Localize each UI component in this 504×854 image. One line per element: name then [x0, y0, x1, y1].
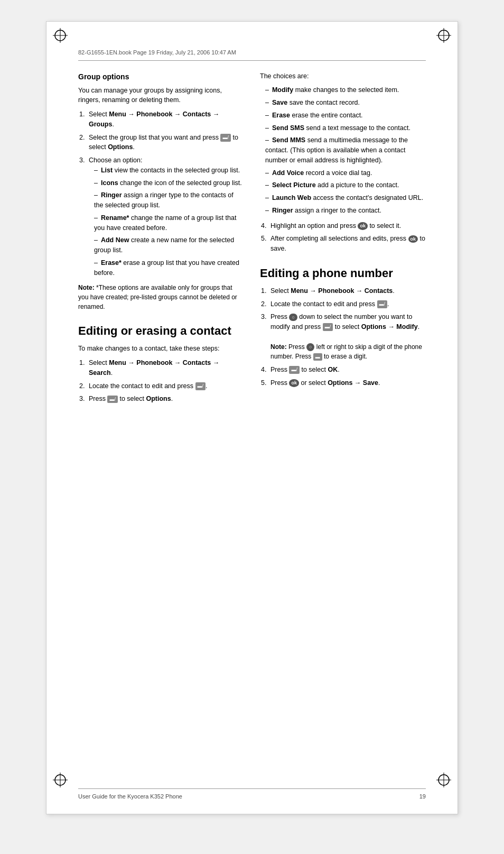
choice-voice: Add Voice record a voice dial tag.: [265, 168, 426, 178]
editing-phone-title: Editing a phone number: [260, 264, 426, 282]
choices-list: Modify make changes to the selected item…: [265, 85, 426, 215]
after-step-4: Highlight an option and press ok to sele…: [268, 221, 426, 231]
page-container: 82-G1655-1EN.book Page 19 Friday, July 2…: [0, 0, 504, 854]
ok-icon-3: ok: [289, 379, 299, 387]
editing-contact-intro: To make changes to a contact, take these…: [78, 344, 244, 354]
choice-modify: Modify make changes to the selected item…: [265, 85, 426, 95]
edit-step-3: Press ▬/ to select Options.: [87, 394, 244, 404]
nav-icon-2: ○: [306, 343, 314, 351]
reg-mark-tr: [436, 28, 451, 46]
softkey-icon-4: ▬/: [377, 300, 388, 308]
option-ringer: Ringer assign a ringer type to the conta…: [94, 190, 244, 210]
phone-step-1: Select Menu → Phonebook → Contacts.: [268, 286, 426, 296]
after-choices-steps: Highlight an option and press ok to sele…: [268, 221, 426, 254]
group-step-3: Choose an option: List view the contacts…: [87, 155, 244, 278]
page-header-line: 82-G1655-1EN.book Page 19 Friday, July 2…: [78, 48, 426, 61]
option-rename: Rename* change the name of a group list …: [94, 213, 244, 233]
footer-left: User Guide for the Kyocera K352 Phone: [78, 792, 182, 801]
reg-mark-br: [436, 773, 451, 791]
header-line-text: 82-G1655-1EN.book Page 19 Friday, July 2…: [78, 49, 236, 56]
phone-step-3-note: Note: Press ○ left or right to skip a di…: [270, 343, 422, 361]
group-step-2: Select the group list that you want and …: [87, 133, 244, 153]
book-page: 82-G1655-1EN.book Page 19 Friday, July 2…: [46, 21, 458, 814]
footer-right: 19: [419, 792, 426, 801]
softkey-icon-1: ▬/: [220, 134, 231, 142]
option-addnew: Add New create a new name for the select…: [94, 235, 244, 255]
group-options-title: Group options: [78, 71, 244, 82]
phone-step-2: Locate the contact to edit and press ▬/.: [268, 299, 426, 309]
ok-icon-2: ok: [408, 235, 418, 243]
option-erase: Erase* erase a group list that you have …: [94, 258, 244, 278]
group-options-list: List view the contacts in the selected g…: [94, 166, 244, 278]
group-step-1: Select Menu → Phonebook → Contacts → Gro…: [87, 109, 244, 130]
editing-contact-steps: Select Menu → Phonebook → Contacts → Sea…: [87, 358, 244, 404]
group-options-intro: You can manage your groups by assigning …: [78, 86, 244, 106]
choice-mms: Send MMS send a multimedia message to th…: [265, 135, 426, 165]
choice-web: Launch Web access the contact's designat…: [265, 193, 426, 203]
softkey-icon-3: ▬/: [107, 396, 118, 403]
editing-phone-steps: Select Menu → Phonebook → Contacts. Loca…: [268, 286, 426, 388]
choice-save: Save save the contact record.: [265, 98, 426, 108]
col-left: Group options You can manage your groups…: [78, 71, 244, 410]
two-column-layout: Group options You can manage your groups…: [78, 71, 426, 410]
reg-mark-tl: [53, 28, 68, 46]
ok-icon-1: ok: [358, 222, 368, 230]
softkey-icon-6: ▬/: [289, 366, 300, 374]
erase-icon: ▬: [313, 353, 322, 361]
choice-ringer: Ringer assign a ringer to the contact.: [265, 206, 426, 216]
choice-erase: Erase erase the entire contact.: [265, 111, 426, 121]
nav-icon-1: ○: [289, 314, 297, 322]
page-footer: User Guide for the Kyocera K352 Phone 19: [78, 788, 426, 801]
option-list: List view the contacts in the selected g…: [94, 166, 244, 176]
col-right: The choices are: Modify make changes to …: [260, 71, 426, 410]
phone-step-4: Press ▬/ to select OK.: [268, 365, 426, 375]
choices-intro: The choices are:: [260, 71, 426, 81]
edit-step-2: Locate the contact to edit and press ▬/.: [87, 381, 244, 391]
option-icons: Icons change the icon of the selected gr…: [94, 178, 244, 188]
group-note: Note: *These options are available only …: [78, 283, 244, 311]
softkey-icon-5: ▬/: [323, 323, 333, 331]
choice-picture: Select Picture add a picture to the cont…: [265, 180, 426, 190]
group-options-steps: Select Menu → Phonebook → Contacts → Gro…: [87, 109, 244, 278]
softkey-icon-2: ▬/: [195, 382, 206, 390]
editing-contact-title: Editing or erasing a contact: [78, 322, 244, 339]
phone-step-5: Press ok or select Options → Save.: [268, 378, 426, 388]
choice-sms: Send SMS send a text message to the cont…: [265, 123, 426, 133]
after-step-5: After completing all selections and edit…: [268, 234, 426, 254]
edit-step-1: Select Menu → Phonebook → Contacts → Sea…: [87, 358, 244, 378]
reg-mark-bl: [53, 773, 68, 791]
phone-step-3: Press ○ down to select the number you wa…: [268, 312, 426, 362]
